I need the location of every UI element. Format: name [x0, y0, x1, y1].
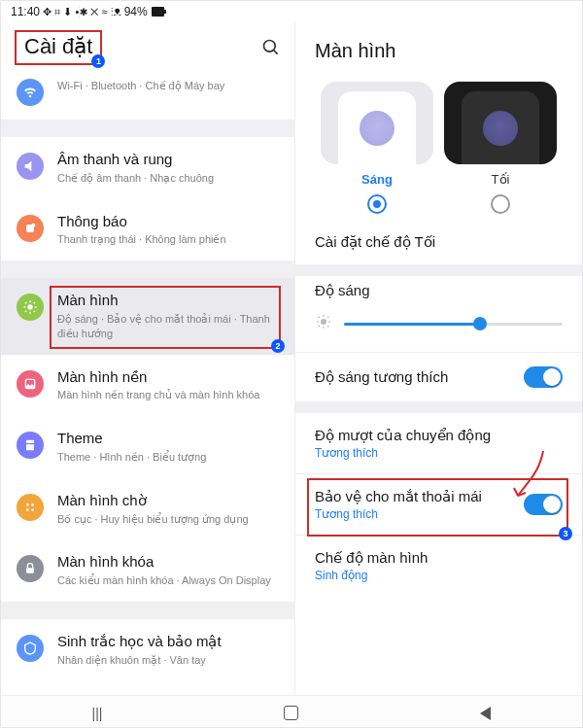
- phone-screen: 11:40 ✥ ⌗ ⬇ • ✱ ✕ ≈ ⋮ᴥ 94% Cài đặt 1: [0, 0, 583, 728]
- screen-mode-title: Chế độ màn hình: [315, 549, 428, 566]
- brightness-label: Độ sáng: [315, 282, 563, 299]
- screen-mode-sub: Sinh động: [315, 569, 563, 582]
- wallpaper-icon: [17, 370, 44, 398]
- eye-comfort-toggle[interactable]: [524, 494, 563, 515]
- lockscreen-icon: [17, 555, 44, 582]
- sidebar-item-sound-sub: Chế độ âm thanh · Nhạc chuông: [57, 171, 279, 186]
- svg-line-11: [25, 302, 26, 303]
- status-right: ✱ ✕ ≈ ⋮ᴥ 94%: [79, 5, 572, 18]
- sidebar-item-biometrics[interactable]: Sinh trắc học và bảo mật Nhân diện khuôn…: [1, 619, 294, 668]
- search-button[interactable]: [261, 38, 281, 57]
- svg-line-27: [327, 326, 328, 327]
- svg-line-13: [25, 311, 26, 312]
- display-header: Màn hình: [295, 22, 582, 74]
- screen-mode-row[interactable]: Chế độ màn hình Sinh động: [295, 536, 582, 596]
- motion-smoothness-sub: Tương thích: [315, 446, 563, 460]
- sidebar-item-sound-title: Âm thanh và rung: [57, 151, 279, 169]
- nav-recent-button[interactable]: |||: [92, 706, 103, 721]
- svg-rect-1: [164, 10, 166, 14]
- status-right-icons: ✱ ✕ ≈ ⋮ᴥ: [80, 6, 120, 18]
- battery-icon: [152, 7, 167, 17]
- sidebar-item-sound[interactable]: Âm thanh và rung Chế độ âm thanh · Nhạc …: [1, 137, 294, 199]
- motion-smoothness-title: Độ mượt của chuyển động: [315, 427, 491, 443]
- sidebar-item-connections[interactable]: Wi-Fi · Bluetooth · Chế độ Máy bay: [1, 77, 294, 120]
- adaptive-brightness-row[interactable]: Độ sáng tương thích: [295, 353, 582, 401]
- theme-option-dark[interactable]: Tối: [440, 82, 561, 214]
- sidebar-item-themes-title: Theme: [57, 430, 279, 448]
- adaptive-brightness-toggle[interactable]: [524, 366, 563, 388]
- theme-label-light: Sáng: [361, 172, 393, 187]
- brightness-sun-icon: [315, 313, 332, 334]
- sound-icon: [17, 153, 44, 180]
- sidebar-item-connections-sub: Wi-Fi · Bluetooth · Chế độ Máy bay: [57, 79, 279, 93]
- sidebar-item-biometrics-title: Sinh trắc học và bảo mật: [57, 633, 279, 651]
- status-left: 11:40 ✥ ⌗ ⬇ •: [11, 5, 79, 18]
- svg-line-28: [319, 326, 320, 327]
- svg-line-12: [34, 311, 35, 312]
- status-left-icons: ✥ ⌗ ⬇ •: [43, 6, 79, 17]
- sidebar-item-lockscreen[interactable]: Màn hình khóa Các kiểu màn hình khóa · A…: [1, 539, 294, 602]
- svg-point-16: [26, 503, 29, 506]
- theme-preview-light: [321, 82, 433, 164]
- svg-rect-0: [152, 7, 164, 17]
- sidebar-item-wallpaper[interactable]: Màn hình nền Màn hình nền trang chủ và m…: [1, 355, 294, 417]
- theme-preview-dark: [444, 82, 557, 164]
- status-battery: 94%: [124, 5, 148, 18]
- sidebar-item-notifications-sub: Thanh trạng thái · Không làm phiền: [57, 232, 279, 247]
- svg-line-14: [34, 302, 35, 303]
- eye-comfort-row[interactable]: Bảo vệ cho mắt thoải mái Tương thích: [295, 474, 582, 535]
- svg-point-18: [26, 508, 29, 511]
- annotation-badge-2: 2: [271, 339, 285, 353]
- dark-mode-settings-label: Cài đặt chế độ Tối: [315, 233, 435, 250]
- dark-mode-settings-row[interactable]: Cài đặt chế độ Tối: [295, 220, 582, 264]
- brightness-slider[interactable]: [344, 315, 563, 332]
- sidebar-item-notifications-title: Thông báo: [57, 213, 279, 231]
- status-bar: 11:40 ✥ ⌗ ⬇ • ✱ ✕ ≈ ⋮ᴥ 94%: [1, 1, 582, 22]
- settings-sidebar: Cài đặt 1 Wi-Fi · Bluetooth · Chế độ Máy…: [1, 22, 294, 695]
- sidebar-item-wallpaper-sub: Màn hình nền trang chủ và màn hình khóa: [57, 388, 279, 402]
- android-nav-bar: |||: [1, 695, 582, 728]
- sidebar-item-display-title: Màn hình: [57, 292, 279, 310]
- sidebar-item-lockscreen-sub: Các kiểu màn hình khóa · Always On Displ…: [57, 573, 279, 588]
- settings-title: Cài đặt: [24, 34, 92, 58]
- svg-line-29: [327, 317, 328, 318]
- theme-mode-row: Sáng Tối: [295, 82, 582, 220]
- nav-back-button[interactable]: [480, 707, 491, 720]
- settings-title-highlight: Cài đặt 1: [15, 30, 102, 65]
- eye-comfort-title: Bảo vệ cho mắt thoải mái: [315, 488, 482, 504]
- sidebar-item-wallpaper-title: Màn hình nền: [57, 368, 279, 387]
- svg-point-21: [321, 319, 326, 325]
- svg-point-6: [27, 305, 32, 310]
- theme-radio-dark[interactable]: [491, 194, 510, 214]
- theme-label-dark: Tối: [492, 172, 510, 187]
- motion-smoothness-row[interactable]: Độ mượt của chuyển động Tương thích: [295, 413, 582, 473]
- sidebar-item-notifications[interactable]: Thông báo Thanh trạng thái · Không làm p…: [1, 199, 294, 261]
- eye-comfort-sub: Tương thích: [315, 507, 512, 521]
- biometrics-icon: [17, 635, 44, 662]
- sidebar-item-homescreen[interactable]: Màn hình chờ Bố cục · Huy hiệu biểu tượn…: [1, 478, 294, 540]
- theme-radio-light[interactable]: [367, 194, 387, 214]
- display-icon: [17, 294, 44, 321]
- annotation-badge-1: 1: [91, 54, 105, 68]
- svg-line-3: [274, 51, 278, 54]
- svg-rect-20: [26, 569, 34, 573]
- theme-option-light[interactable]: Sáng: [317, 82, 437, 214]
- sidebar-item-homescreen-sub: Bố cục · Huy hiệu biểu tượng ứng dụng: [57, 512, 279, 527]
- homescreen-icon: [17, 494, 44, 521]
- svg-point-19: [31, 508, 34, 511]
- svg-point-17: [31, 503, 34, 506]
- settings-header: Cài đặt 1: [1, 22, 294, 77]
- sidebar-item-themes[interactable]: Theme Theme · Hình nền · Biểu tượng: [1, 416, 294, 478]
- nav-home-button[interactable]: [284, 706, 298, 720]
- notifications-icon: [17, 215, 44, 242]
- search-icon: [261, 38, 281, 57]
- display-settings-panel: Màn hình Sáng Tối Cài: [294, 22, 582, 695]
- svg-point-2: [264, 41, 276, 52]
- sidebar-item-themes-sub: Theme · Hình nền · Biểu tượng: [57, 450, 279, 465]
- sidebar-item-display[interactable]: Màn hình Độ sáng · Bảo vệ cho mắt thoải …: [1, 278, 294, 354]
- brightness-block: Độ sáng: [295, 276, 582, 352]
- sidebar-item-biometrics-sub: Nhân diện khuôn mặt · Vân tay: [57, 653, 279, 668]
- status-time: 11:40: [11, 5, 40, 18]
- svg-point-5: [31, 223, 35, 226]
- connections-icon: [17, 79, 44, 106]
